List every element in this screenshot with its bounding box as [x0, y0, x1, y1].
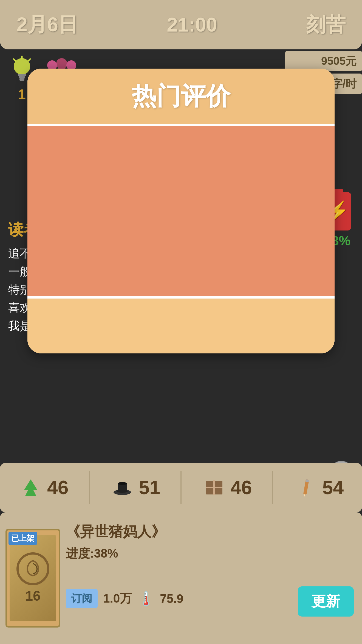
book-info-area: 《异世猪妈人》 进度:38%	[66, 522, 357, 562]
hat-icon	[110, 475, 135, 500]
stat-item-hat: 51	[110, 475, 160, 500]
book-icon	[202, 475, 227, 500]
svg-rect-3	[19, 78, 24, 81]
swirl-design	[16, 552, 49, 585]
tree-icon	[18, 475, 43, 500]
svg-rect-1	[18, 74, 26, 76]
modal-title: 热门评价	[33, 80, 329, 113]
pencil-icon	[293, 475, 318, 500]
stat-value-tree: 46	[47, 477, 69, 499]
update-button[interactable]: 更新	[298, 586, 354, 617]
thermometer-icon: 🌡️	[137, 591, 154, 607]
modal-content-area	[27, 126, 335, 296]
subscribe-count: 1.0万	[103, 590, 132, 607]
date-display: 2月6日	[16, 12, 78, 38]
top-bar: 2月6日 21:00 刻苦	[0, 0, 362, 49]
bottom-stats-bar: 46 51 46	[0, 463, 362, 512]
stat-value-pencil: 54	[322, 477, 344, 499]
modal-footer	[27, 299, 335, 353]
modal-dialog: 热门评价	[27, 69, 335, 353]
svg-line-6	[28, 59, 30, 61]
status-display: 刻苦	[306, 12, 346, 38]
book-cover-area: 已上架 16	[5, 529, 60, 628]
svg-line-5	[14, 59, 16, 61]
stat-item-book: 46	[202, 475, 252, 500]
money-stat: 9505元	[285, 51, 362, 71]
stat-separator-1	[89, 471, 90, 504]
stat-separator-2	[180, 471, 182, 504]
svg-rect-2	[19, 76, 25, 78]
subscribe-button[interactable]: 订阅	[66, 589, 98, 608]
book-title: 《异世猪妈人》	[66, 522, 357, 541]
modal-header: 热门评价	[27, 69, 335, 124]
svg-marker-13	[24, 479, 38, 496]
svg-point-17	[118, 482, 127, 485]
therm-value: 75.9	[160, 592, 183, 606]
svg-marker-24	[303, 494, 306, 497]
book-number: 16	[25, 588, 41, 604]
stat-value-hat: 51	[139, 477, 160, 499]
stat-separator-3	[272, 471, 273, 504]
modal-divider-top	[27, 124, 335, 126]
book-cover-inner: 16	[10, 535, 56, 621]
bulb-number: 1	[18, 86, 26, 102]
stat-value-book: 46	[231, 477, 252, 499]
bottom-book-bar: 已上架 16 《异世猪妈人》 进度:38% 订阅 1.0万 🌡️ 75.9 更新	[0, 512, 362, 644]
time-display: 21:00	[167, 13, 217, 36]
stat-item-tree: 46	[18, 475, 69, 500]
book-progress: 进度:38%	[66, 545, 357, 562]
modal-divider-bottom	[27, 296, 335, 299]
stat-item-pencil: 54	[293, 475, 344, 500]
book-badge: 已上架	[9, 532, 37, 545]
